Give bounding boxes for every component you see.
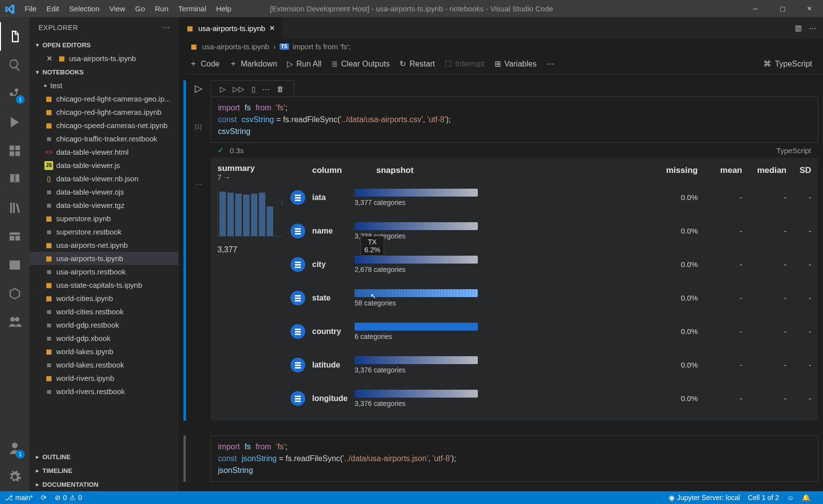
run-all-button[interactable]: ▷Run All: [287, 59, 322, 68]
file-item[interactable]: ▦superstore.ipynb: [30, 212, 179, 225]
clear-outputs-button[interactable]: ≣Clear Outputs: [331, 59, 390, 68]
toolbar-more-icon[interactable]: ⋯: [546, 59, 554, 68]
file-item[interactable]: ≣world-gdp.restbook: [30, 318, 179, 332]
table-row[interactable]: latitude 3,376 categories 0.0% - - -: [290, 348, 811, 381]
file-item[interactable]: ▦world-rivers.ipynb: [30, 371, 179, 385]
file-item[interactable]: <>data-table-viewer.html: [30, 145, 179, 159]
code-editor[interactable]: import fs from 'fs'; const csvString = f…: [211, 97, 818, 143]
file-item[interactable]: ≣data-table-viewer.tgz: [30, 199, 179, 212]
menu-file[interactable]: File: [20, 4, 41, 13]
jupyter-server-status[interactable]: ◉ Jupyter Server: local: [669, 494, 740, 502]
close-icon[interactable]: ✕: [44, 54, 54, 63]
close-tab-icon[interactable]: ✕: [269, 24, 275, 32]
file-item[interactable]: ▦world-lakes.ipynb: [30, 345, 179, 358]
column-snapshot[interactable]: 3,376 categories: [355, 390, 653, 407]
notebook-body[interactable]: ▷ [1] ⋯ ▷ ▷▷ ▯ ⋯ 🗑 import fs from 'fs'; …: [179, 74, 823, 491]
run-below-icon[interactable]: ▷▷: [233, 85, 245, 94]
file-item[interactable]: ≣world-lakes.restbook: [30, 358, 179, 371]
menu-view[interactable]: View: [105, 4, 130, 13]
tab-file[interactable]: ▦ usa-airports-ts.ipynb ✕: [179, 17, 283, 39]
menu-go[interactable]: Go: [130, 4, 150, 13]
file-item[interactable]: ≣data-table-viewer.ojs: [30, 185, 179, 199]
search-activity-icon[interactable]: [0, 51, 30, 79]
source-control-activity-icon[interactable]: 1: [0, 79, 30, 108]
run-debug-activity-icon[interactable]: [0, 108, 30, 136]
file-item[interactable]: ▦chicago-speed-cameras-net.ipynb: [30, 119, 179, 132]
file-item[interactable]: ▦usa-state-capitals-ts.ipynb: [30, 278, 179, 292]
file-item[interactable]: ▦world-cities.ipynb: [30, 292, 179, 305]
delete-cell-icon[interactable]: 🗑: [277, 85, 284, 93]
menu-selection[interactable]: Selection: [64, 4, 105, 13]
add-markdown-button[interactable]: ＋Markdown: [229, 59, 277, 69]
split-cell-icon[interactable]: ▯: [251, 85, 255, 94]
outline-section[interactable]: ▸OUTLINE: [30, 450, 179, 464]
header-mean[interactable]: mean: [698, 166, 742, 175]
folder-item[interactable]: ▸ test: [30, 79, 179, 92]
notifications-icon[interactable]: 🔔: [802, 494, 810, 502]
terminal-activity-icon[interactable]: [0, 251, 30, 279]
timeline-section[interactable]: ▸TIMELINE: [30, 464, 179, 477]
file-item[interactable]: ▦usa-airports-net.ipynb: [30, 238, 179, 252]
header-column[interactable]: column: [312, 166, 376, 175]
file-item[interactable]: ≣world-gdp.xbook: [30, 332, 179, 345]
cell-more-icon[interactable]: ⋯: [262, 85, 270, 94]
settings-activity-icon[interactable]: [0, 463, 30, 491]
notebooks-section[interactable]: ▾ NOTEBOOKS: [30, 65, 179, 79]
run-by-line-icon[interactable]: ▷: [220, 85, 226, 94]
restart-button[interactable]: ↻Restart: [399, 59, 435, 68]
file-item[interactable]: ▦usa-airports-ts.ipynb: [30, 252, 179, 265]
minimize-button[interactable]: ─: [742, 5, 769, 12]
cell-language[interactable]: TypeScript: [776, 146, 811, 155]
code-editor[interactable]: import fs from 'fs'; const jsonString = …: [211, 436, 818, 482]
accounts-activity-icon[interactable]: 1: [0, 434, 30, 463]
add-code-button[interactable]: ＋Code: [189, 59, 219, 69]
run-cell-button[interactable]: ▷: [195, 82, 202, 94]
file-item[interactable]: {}data-table-viewer.nb.json: [30, 172, 179, 185]
table-activity-icon[interactable]: [0, 222, 30, 251]
menu-run[interactable]: Run: [150, 4, 174, 13]
menu-help[interactable]: Help: [211, 4, 236, 13]
column-snapshot[interactable]: 3,376 categories: [355, 356, 653, 374]
cell-more-icon[interactable]: ⋯: [195, 179, 202, 188]
table-row[interactable]: longitude 3,376 categories 0.0% - - -: [290, 381, 811, 415]
live-share-activity-icon[interactable]: [0, 308, 30, 336]
explorer-more-icon[interactable]: ⋯: [163, 24, 170, 32]
close-window-button[interactable]: ✕: [796, 5, 823, 12]
feedback-icon[interactable]: ☺: [787, 494, 794, 502]
header-missing[interactable]: missing: [653, 166, 698, 175]
file-item[interactable]: ▦chicago-red-light-cameras-geo.ip...: [30, 92, 179, 105]
variables-button[interactable]: ⊞Variables: [495, 59, 537, 68]
breadcrumb[interactable]: ▦ usa-airports-ts.ipynb › TS import fs f…: [179, 39, 823, 54]
menu-terminal[interactable]: Terminal: [174, 4, 212, 13]
header-snapshot[interactable]: snapshot: [376, 166, 653, 175]
layout-icon[interactable]: ▥: [795, 24, 802, 33]
column-snapshot[interactable]: TX6.2%2,678 categories: [355, 256, 653, 273]
problems-status[interactable]: ⊘ 0 ⚠ 0: [55, 494, 82, 502]
book-activity-icon[interactable]: [0, 165, 30, 194]
extensions-activity-icon[interactable]: [0, 136, 30, 165]
open-editors-section[interactable]: ▾ OPEN EDITORS: [30, 38, 179, 52]
tab-more-icon[interactable]: ⋯: [809, 24, 816, 33]
documentation-section[interactable]: ▸DOCUMENTATION: [30, 477, 179, 491]
menu-edit[interactable]: Edit: [41, 4, 64, 13]
file-item[interactable]: ≣chicago-traffic-tracker.restbook: [30, 132, 179, 145]
maximize-button[interactable]: ▢: [769, 5, 796, 12]
file-item[interactable]: ▦chicago-red-light-cameras.ipynb: [30, 105, 179, 119]
kernel-selector[interactable]: ⌘TypeScript: [763, 59, 812, 68]
table-row[interactable]: iata 3,377 categories 0.0% - - -: [290, 180, 811, 214]
cell-position-status[interactable]: Cell 1 of 2: [748, 494, 779, 502]
file-item[interactable]: ≣superstore.restbook: [30, 225, 179, 238]
file-item[interactable]: JSdata-table-viewer.js: [30, 159, 179, 172]
bookshelf-activity-icon[interactable]: [0, 194, 30, 222]
column-snapshot[interactable]: 3,377 categories: [355, 189, 653, 206]
header-median[interactable]: median: [742, 166, 787, 175]
branch-status[interactable]: ⎇ main*: [5, 494, 33, 502]
file-item[interactable]: ≣world-cities.restbook: [30, 305, 179, 318]
table-row[interactable]: city TX6.2%2,678 categories 0.0% - - -: [290, 247, 811, 281]
sync-status[interactable]: ⟳: [41, 494, 47, 502]
column-snapshot[interactable]: 6 categories: [355, 323, 653, 340]
table-row[interactable]: country 6 categories 0.0% - - -: [290, 314, 811, 348]
header-sd[interactable]: SD: [787, 166, 811, 175]
package-activity-icon[interactable]: [0, 279, 30, 308]
column-snapshot[interactable]: 3,238 categories: [355, 222, 653, 240]
